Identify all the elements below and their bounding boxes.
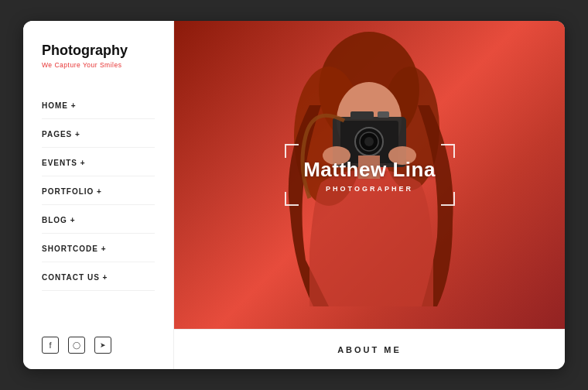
nav-item-shortcode[interactable]: SHORTCODE + — [42, 234, 155, 262]
hero-section: Matthew Lina PHOTOGRAPHER — [174, 21, 565, 329]
twitter-icon[interactable]: ➤ — [94, 337, 111, 354]
frame-corner-bl — [285, 192, 299, 206]
about-section: ABOUT ME — [174, 329, 565, 369]
about-title: ABOUT ME — [337, 345, 402, 354]
browser-window: Photography We Capture Your Smiles HOME … — [23, 21, 565, 369]
hero-name: Matthew Lina — [303, 158, 436, 182]
nav-item-portfolio[interactable]: PORTFOLIO + — [42, 176, 155, 205]
nav-link-pages[interactable]: PAGES + — [42, 130, 80, 139]
hero-text: Matthew Lina PHOTOGRAPHER — [303, 158, 436, 193]
nav-link-contact[interactable]: CONTACT US + — [42, 273, 108, 282]
nav-link-events[interactable]: EVENTS + — [42, 159, 86, 167]
nav-item-home[interactable]: HOME + — [42, 91, 155, 119]
frame-corner-tr — [441, 144, 455, 158]
nav-item-pages[interactable]: PAGES + — [42, 119, 155, 148]
frame-corner-tl — [285, 144, 299, 158]
nav-link-shortcode[interactable]: SHORTCODE + — [42, 245, 107, 253]
logo-area: Photography We Capture Your Smiles — [42, 43, 155, 69]
sidebar: Photography We Capture Your Smiles HOME … — [23, 21, 174, 369]
facebook-icon[interactable]: f — [42, 337, 59, 354]
hero-role: PHOTOGRAPHER — [303, 185, 436, 193]
instagram-icon[interactable]: ◯ — [68, 337, 85, 354]
frame-corner-br — [441, 192, 455, 206]
nav-link-portfolio[interactable]: PORTFOLIO + — [42, 187, 102, 196]
nav-menu: HOME + PAGES + EVENTS + PORTFOLIO + BLOG… — [42, 91, 155, 315]
nav-item-contact[interactable]: CONTACT US + — [42, 262, 155, 291]
svg-rect-10 — [378, 111, 389, 118]
logo-subtitle: We Capture Your Smiles — [42, 61, 155, 69]
logo-title: Photography — [42, 43, 155, 60]
svg-rect-9 — [350, 111, 374, 119]
nav-item-events[interactable]: EVENTS + — [42, 148, 155, 176]
nav-item-blog[interactable]: BLOG + — [42, 205, 155, 234]
main-content: Matthew Lina PHOTOGRAPHER ABOUT ME — [174, 21, 565, 369]
nav-link-blog[interactable]: BLOG + — [42, 216, 76, 224]
social-icons: f ◯ ➤ — [42, 330, 155, 354]
page-content: Photography We Capture Your Smiles HOME … — [23, 21, 565, 369]
nav-link-home[interactable]: HOME + — [42, 101, 77, 110]
